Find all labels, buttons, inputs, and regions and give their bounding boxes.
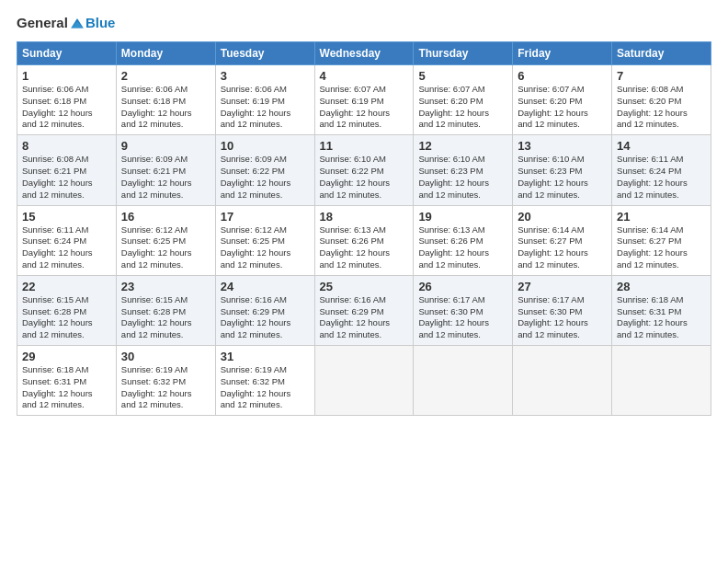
calendar-cell: 9Sunrise: 6:09 AM Sunset: 6:21 PM Daylig… bbox=[116, 135, 215, 205]
day-number: 19 bbox=[418, 210, 507, 224]
day-info: Sunrise: 6:14 AM Sunset: 6:27 PM Dayligh… bbox=[617, 224, 706, 271]
col-header-tuesday: Tuesday bbox=[215, 42, 314, 65]
col-header-saturday: Saturday bbox=[612, 42, 711, 65]
day-number: 14 bbox=[617, 139, 706, 153]
calendar-cell: 22Sunrise: 6:15 AM Sunset: 6:28 PM Dayli… bbox=[17, 275, 117, 345]
day-info: Sunrise: 6:08 AM Sunset: 6:20 PM Dayligh… bbox=[617, 84, 706, 131]
calendar-cell: 29Sunrise: 6:18 AM Sunset: 6:31 PM Dayli… bbox=[17, 346, 117, 416]
day-number: 5 bbox=[418, 69, 507, 83]
day-number: 20 bbox=[518, 210, 607, 224]
day-number: 4 bbox=[320, 69, 409, 83]
header: General Blue bbox=[17, 15, 711, 32]
day-number: 8 bbox=[22, 139, 111, 153]
day-info: Sunrise: 6:07 AM Sunset: 6:20 PM Dayligh… bbox=[418, 84, 507, 131]
day-number: 23 bbox=[121, 280, 210, 293]
day-info: Sunrise: 6:14 AM Sunset: 6:27 PM Dayligh… bbox=[518, 224, 607, 271]
day-info: Sunrise: 6:18 AM Sunset: 6:31 PM Dayligh… bbox=[22, 364, 111, 411]
calendar-cell: 2Sunrise: 6:06 AM Sunset: 6:18 PM Daylig… bbox=[116, 65, 215, 135]
calendar-cell: 10Sunrise: 6:09 AM Sunset: 6:22 PM Dayli… bbox=[215, 135, 314, 205]
day-number: 2 bbox=[121, 69, 210, 83]
day-info: Sunrise: 6:15 AM Sunset: 6:28 PM Dayligh… bbox=[22, 294, 111, 341]
logo-line2: Blue bbox=[85, 15, 116, 30]
calendar-cell: 20Sunrise: 6:14 AM Sunset: 6:27 PM Dayli… bbox=[513, 205, 612, 275]
day-info: Sunrise: 6:11 AM Sunset: 6:24 PM Dayligh… bbox=[22, 224, 111, 271]
week-row-4: 22Sunrise: 6:15 AM Sunset: 6:28 PM Dayli… bbox=[17, 275, 711, 345]
day-info: Sunrise: 6:16 AM Sunset: 6:29 PM Dayligh… bbox=[221, 294, 310, 341]
col-header-thursday: Thursday bbox=[414, 42, 513, 65]
calendar-cell: 30Sunrise: 6:19 AM Sunset: 6:32 PM Dayli… bbox=[116, 346, 215, 416]
day-number: 1 bbox=[22, 69, 111, 83]
logo-icon bbox=[69, 16, 85, 32]
day-number: 22 bbox=[22, 280, 111, 293]
logo-text: General bbox=[17, 15, 85, 32]
day-info: Sunrise: 6:11 AM Sunset: 6:24 PM Dayligh… bbox=[617, 154, 706, 201]
day-number: 11 bbox=[320, 139, 409, 153]
calendar-cell bbox=[414, 346, 513, 416]
day-info: Sunrise: 6:09 AM Sunset: 6:21 PM Dayligh… bbox=[121, 154, 210, 201]
col-header-monday: Monday bbox=[116, 42, 215, 65]
day-number: 13 bbox=[518, 139, 607, 153]
calendar-cell: 27Sunrise: 6:17 AM Sunset: 6:30 PM Dayli… bbox=[513, 275, 612, 345]
day-info: Sunrise: 6:17 AM Sunset: 6:30 PM Dayligh… bbox=[418, 294, 507, 341]
calendar-cell: 1Sunrise: 6:06 AM Sunset: 6:18 PM Daylig… bbox=[17, 65, 117, 135]
day-info: Sunrise: 6:10 AM Sunset: 6:23 PM Dayligh… bbox=[418, 154, 507, 201]
day-info: Sunrise: 6:06 AM Sunset: 6:19 PM Dayligh… bbox=[221, 84, 310, 131]
col-header-friday: Friday bbox=[513, 42, 612, 65]
calendar-cell bbox=[314, 346, 414, 416]
calendar-cell: 11Sunrise: 6:10 AM Sunset: 6:22 PM Dayli… bbox=[314, 135, 414, 205]
week-row-2: 8Sunrise: 6:08 AM Sunset: 6:21 PM Daylig… bbox=[17, 135, 711, 205]
week-row-5: 29Sunrise: 6:18 AM Sunset: 6:31 PM Dayli… bbox=[17, 346, 711, 416]
day-info: Sunrise: 6:17 AM Sunset: 6:30 PM Dayligh… bbox=[518, 294, 607, 341]
day-info: Sunrise: 6:16 AM Sunset: 6:29 PM Dayligh… bbox=[320, 294, 409, 341]
day-info: Sunrise: 6:15 AM Sunset: 6:28 PM Dayligh… bbox=[121, 294, 210, 341]
logo: General Blue bbox=[17, 15, 115, 32]
calendar-cell: 5Sunrise: 6:07 AM Sunset: 6:20 PM Daylig… bbox=[414, 65, 513, 135]
day-number: 15 bbox=[22, 210, 111, 224]
day-info: Sunrise: 6:13 AM Sunset: 6:26 PM Dayligh… bbox=[418, 224, 507, 271]
day-info: Sunrise: 6:12 AM Sunset: 6:25 PM Dayligh… bbox=[221, 224, 310, 271]
day-number: 27 bbox=[518, 280, 607, 293]
day-number: 10 bbox=[221, 139, 310, 153]
day-info: Sunrise: 6:19 AM Sunset: 6:32 PM Dayligh… bbox=[221, 364, 310, 411]
day-info: Sunrise: 6:10 AM Sunset: 6:22 PM Dayligh… bbox=[320, 154, 409, 201]
day-number: 25 bbox=[320, 280, 409, 293]
calendar-cell: 26Sunrise: 6:17 AM Sunset: 6:30 PM Dayli… bbox=[414, 275, 513, 345]
calendar-cell: 13Sunrise: 6:10 AM Sunset: 6:23 PM Dayli… bbox=[513, 135, 612, 205]
day-number: 16 bbox=[121, 210, 210, 224]
col-header-wednesday: Wednesday bbox=[314, 42, 414, 65]
day-info: Sunrise: 6:18 AM Sunset: 6:31 PM Dayligh… bbox=[617, 294, 706, 341]
calendar-cell: 17Sunrise: 6:12 AM Sunset: 6:25 PM Dayli… bbox=[215, 205, 314, 275]
day-info: Sunrise: 6:06 AM Sunset: 6:18 PM Dayligh… bbox=[121, 84, 210, 131]
day-info: Sunrise: 6:06 AM Sunset: 6:18 PM Dayligh… bbox=[22, 84, 111, 131]
calendar-cell: 6Sunrise: 6:07 AM Sunset: 6:20 PM Daylig… bbox=[513, 65, 612, 135]
calendar-cell bbox=[612, 346, 711, 416]
col-header-sunday: Sunday bbox=[17, 42, 117, 65]
calendar-cell: 15Sunrise: 6:11 AM Sunset: 6:24 PM Dayli… bbox=[17, 205, 117, 275]
day-number: 6 bbox=[518, 69, 607, 83]
day-number: 17 bbox=[221, 210, 310, 224]
calendar-cell: 7Sunrise: 6:08 AM Sunset: 6:20 PM Daylig… bbox=[612, 65, 711, 135]
day-number: 7 bbox=[617, 69, 706, 83]
calendar-cell: 12Sunrise: 6:10 AM Sunset: 6:23 PM Dayli… bbox=[414, 135, 513, 205]
svg-marker-1 bbox=[71, 21, 84, 29]
calendar-cell: 28Sunrise: 6:18 AM Sunset: 6:31 PM Dayli… bbox=[612, 275, 711, 345]
day-info: Sunrise: 6:07 AM Sunset: 6:20 PM Dayligh… bbox=[518, 84, 607, 131]
day-info: Sunrise: 6:07 AM Sunset: 6:19 PM Dayligh… bbox=[320, 84, 409, 131]
calendar-cell: 31Sunrise: 6:19 AM Sunset: 6:32 PM Dayli… bbox=[215, 346, 314, 416]
day-number: 24 bbox=[221, 280, 310, 293]
calendar-table: SundayMondayTuesdayWednesdayThursdayFrid… bbox=[17, 41, 711, 416]
day-number: 29 bbox=[22, 350, 111, 363]
day-number: 21 bbox=[617, 210, 706, 224]
day-number: 12 bbox=[418, 139, 507, 153]
day-number: 26 bbox=[418, 280, 507, 293]
day-number: 28 bbox=[617, 280, 706, 293]
day-number: 30 bbox=[121, 350, 210, 363]
calendar-cell: 19Sunrise: 6:13 AM Sunset: 6:26 PM Dayli… bbox=[414, 205, 513, 275]
day-number: 18 bbox=[320, 210, 409, 224]
day-number: 9 bbox=[121, 139, 210, 153]
page: General Blue SundayMondayTuesdayWednesda… bbox=[0, 0, 728, 563]
day-number: 31 bbox=[221, 350, 310, 363]
calendar-cell: 21Sunrise: 6:14 AM Sunset: 6:27 PM Dayli… bbox=[612, 205, 711, 275]
day-number: 3 bbox=[221, 69, 310, 83]
calendar-cell: 8Sunrise: 6:08 AM Sunset: 6:21 PM Daylig… bbox=[17, 135, 117, 205]
